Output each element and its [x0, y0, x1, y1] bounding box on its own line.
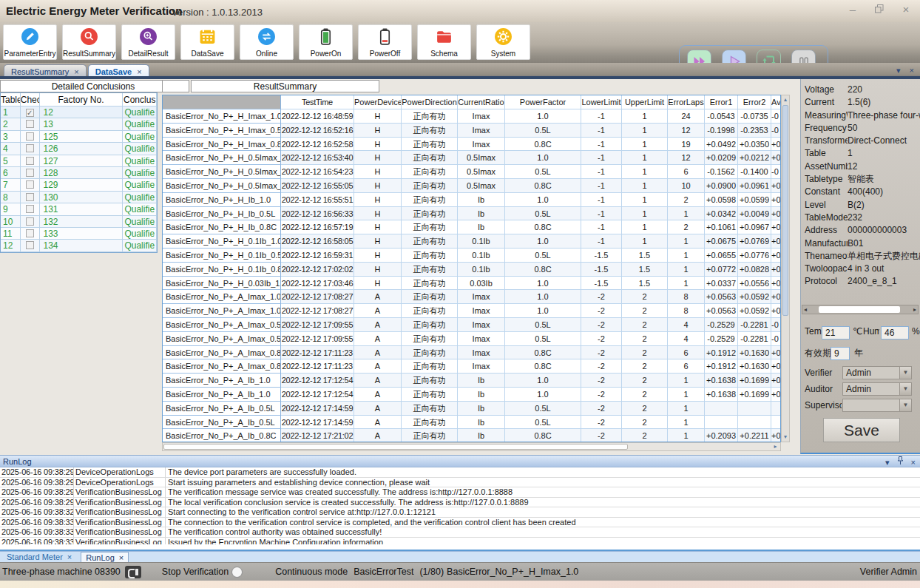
- row-checkbox[interactable]: [26, 217, 34, 226]
- minimize-icon[interactable]: –: [843, 2, 862, 16]
- humidity-input[interactable]: 46: [881, 326, 909, 339]
- log-row[interactable]: 2025-06-16 09:38:33VerificationBusinessL…: [0, 518, 920, 528]
- result-row[interactable]: BasicError_No_P+_H_0.5Imax_0.5L2022-12-1…: [163, 165, 780, 179]
- result-row[interactable]: BasicError_No_P+_H_Imax_1.02022-12-12 16…: [163, 109, 780, 124]
- column-header[interactable]: Av: [771, 95, 781, 109]
- horizontal-scrollbar[interactable]: ▸: [162, 442, 781, 451]
- result-row[interactable]: BasicError_No_P+_A_Imax_0.8C2022-12-12 1…: [163, 346, 780, 360]
- tab-group-close-icon[interactable]: ×: [910, 66, 914, 75]
- pin-icon[interactable]: [897, 456, 904, 468]
- result-row[interactable]: BasicError_No_P+_H_Imax_0.8C2022-12-12 1…: [163, 138, 780, 152]
- verification-indicator[interactable]: [231, 567, 243, 578]
- conclusion-row[interactable]: 12134Qualifie: [1, 240, 157, 251]
- column-header[interactable]: UpperLimit: [622, 95, 668, 109]
- row-checkbox[interactable]: [26, 229, 34, 237]
- result-row[interactable]: BasicError_No_P+_H_0.5Imax_1.02022-12-12…: [163, 151, 780, 165]
- scroll-down-icon[interactable]: ▾: [782, 433, 789, 442]
- online-button[interactable]: Online: [240, 24, 294, 60]
- tab-close-icon[interactable]: ×: [67, 552, 72, 561]
- scrollbar-thumb[interactable]: [782, 105, 788, 316]
- log-row[interactable]: 2025-06-16 09:38:29DeviceOperationLogsSt…: [0, 478, 920, 488]
- chevron-down-icon[interactable]: ▼: [899, 399, 911, 411]
- detail-result-button[interactable]: DetailResult: [121, 24, 175, 60]
- conclusion-row[interactable]: 3125Qualifie: [1, 131, 157, 143]
- scrollbar-thumb[interactable]: [819, 306, 900, 313]
- result-summary-button[interactable]: ResultSummary: [62, 24, 116, 60]
- row-checkbox[interactable]: [26, 132, 34, 141]
- auditor-select[interactable]: Admin ▼: [842, 382, 912, 396]
- result-row[interactable]: BasicError_No_P+_A_Ib_0.5L2022-12-12 17:…: [163, 416, 780, 430]
- system-button[interactable]: System: [476, 24, 530, 60]
- column-header[interactable]: CurrentRatio: [458, 95, 505, 109]
- log-row[interactable]: 2025-06-16 09:38:32VerificationBusinessL…: [0, 507, 920, 518]
- column-header[interactable]: Error2: [738, 95, 771, 109]
- temperature-input[interactable]: 21: [822, 326, 850, 339]
- log-row[interactable]: 2025-06-16 09:38:29VerificationBusinessL…: [0, 498, 920, 508]
- conclusion-row[interactable]: 1✓12Qualifie: [1, 107, 157, 118]
- conclusion-row[interactable]: 10132Qualifie: [1, 216, 157, 228]
- column-header[interactable]: LowerLimit: [581, 95, 622, 109]
- power-on-button[interactable]: PowerOn: [299, 24, 353, 60]
- row-checkbox[interactable]: [26, 120, 34, 128]
- result-row[interactable]: BasicError_No_P+_A_Ib_1.02022-12-12 17:1…: [163, 374, 780, 388]
- parameter-entry-button[interactable]: ParameterEntry: [3, 24, 57, 60]
- result-row[interactable]: BasicError_No_P+_A_Ib_1.02022-12-12 17:1…: [163, 388, 780, 402]
- tab-close-icon[interactable]: ×: [137, 67, 141, 76]
- tab-close-icon[interactable]: ×: [119, 553, 124, 562]
- tab-list-dropdown-icon[interactable]: ▾: [896, 66, 901, 75]
- result-row[interactable]: BasicError_No_P+_H_Ib_0.5L2022-12-12 16:…: [163, 207, 780, 221]
- schema-button[interactable]: Schema: [417, 24, 471, 60]
- conclusion-row[interactable]: 6128Qualifie: [1, 167, 157, 179]
- column-header[interactable]: Error1: [705, 95, 738, 109]
- panel-horizontal-scrollbar[interactable]: ◂ ▸: [802, 305, 919, 314]
- conclusion-row[interactable]: 11133Qualifie: [1, 228, 157, 240]
- tab-close-icon[interactable]: ×: [74, 67, 78, 76]
- row-checkbox[interactable]: [26, 157, 34, 165]
- supervisor-select[interactable]: ▼: [842, 399, 912, 412]
- conclusion-row[interactable]: 9131Qualifie: [1, 203, 157, 215]
- conclusion-row[interactable]: 5127Qualifie: [1, 155, 157, 167]
- validity-input[interactable]: 9: [831, 347, 850, 360]
- panel-close-icon[interactable]: ×: [911, 456, 916, 468]
- row-checkbox[interactable]: [26, 241, 34, 249]
- restore-icon[interactable]: [870, 2, 889, 16]
- verifier-select[interactable]: Admin ▼: [842, 366, 912, 379]
- power-off-button[interactable]: PowerOff: [358, 24, 412, 60]
- log-row[interactable]: 2025-06-16 09:38:29DeviceOperationLogsTh…: [0, 467, 920, 478]
- column-header[interactable]: PowerFactor: [505, 95, 581, 109]
- result-row[interactable]: BasicError_No_P+_H_0.1Ib_0.8C2022-12-12 …: [163, 263, 780, 277]
- chevron-down-icon[interactable]: ▼: [899, 367, 911, 379]
- chevron-down-icon[interactable]: ▼: [899, 383, 911, 395]
- row-checkbox[interactable]: [26, 193, 34, 201]
- column-header[interactable]: ErrorLaps: [668, 95, 705, 109]
- column-header[interactable]: PowerDevice: [354, 95, 402, 109]
- result-row[interactable]: BasicError_No_P+_A_Imax_1.02022-12-12 17…: [163, 304, 780, 318]
- result-row[interactable]: BasicError_No_P+_A_Imax_0.5L2022-12-12 1…: [163, 332, 780, 346]
- log-row[interactable]: 2025-06-16 09:38:29VerificationBusinessL…: [0, 487, 920, 498]
- close-icon[interactable]: ×: [896, 2, 916, 16]
- conclusion-row[interactable]: 7129Qualifie: [1, 179, 157, 191]
- result-row[interactable]: BasicError_No_P+_A_Imax_1.02022-12-12 17…: [163, 290, 780, 304]
- row-checkbox[interactable]: [26, 169, 34, 177]
- result-row[interactable]: BasicError_No_P+_H_0.1Ib_1.02022-12-12 1…: [163, 234, 780, 249]
- result-row[interactable]: BasicError_No_P+_A_Ib_0.5L2022-12-12 17:…: [163, 402, 780, 416]
- conclusion-row[interactable]: 8130Qualifie: [1, 192, 157, 203]
- result-row[interactable]: BasicError_No_P+_H_Ib_0.8C2022-12-12 16:…: [163, 220, 780, 234]
- result-row[interactable]: BasicError_No_P+_A_Ib_0.8C2022-12-12 17:…: [163, 429, 780, 442]
- stop-verification-label[interactable]: Stop Verification: [162, 567, 229, 577]
- result-row[interactable]: BasicError_No_P+_A_Imax_0.5L2022-12-12 1…: [163, 318, 780, 332]
- tab-runlog[interactable]: RunLog ×: [81, 552, 129, 562]
- tab-result-summary[interactable]: ResultSummary ×: [4, 64, 87, 78]
- scroll-right-icon[interactable]: ▸: [771, 443, 779, 450]
- result-row[interactable]: BasicError_No_P+_A_Imax_0.8C2022-12-12 1…: [163, 359, 780, 374]
- vertical-scrollbar[interactable]: ▴ ▾: [781, 95, 790, 442]
- column-header[interactable]: TestTime: [281, 95, 354, 109]
- result-row[interactable]: BasicError_No_P+_H_Ib_1.02022-12-12 16:5…: [163, 193, 780, 207]
- panel-dropdown-icon[interactable]: ▾: [885, 456, 890, 468]
- log-row[interactable]: 2025-06-16 09:38:33VerificationBusinessL…: [0, 527, 920, 538]
- conclusion-row[interactable]: 213Qualifie: [1, 118, 157, 130]
- tab-data-save[interactable]: DataSave ×: [88, 64, 149, 78]
- data-save-button[interactable]: DataSave: [180, 24, 234, 60]
- scroll-up-icon[interactable]: ▴: [782, 95, 789, 104]
- scroll-left-icon[interactable]: ◂: [804, 305, 807, 314]
